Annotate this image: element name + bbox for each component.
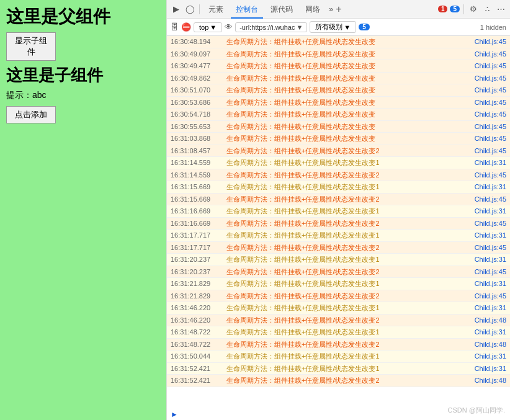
level-filter-button[interactable]: 所有级别 ▼: [310, 21, 356, 33]
log-time: 16:31:14.559: [171, 170, 226, 181]
log-source[interactable]: Child.js:45: [475, 243, 506, 253]
log-time: 16:31:21.829: [171, 291, 226, 302]
log-source[interactable]: Child.js:48: [475, 315, 506, 326]
url-filter-box[interactable]: -url:https://i.wuhac ▼: [235, 22, 307, 32]
log-time: 16:31:52.421: [171, 375, 226, 386]
log-source[interactable]: Child.js:45: [475, 291, 506, 302]
log-source[interactable]: Child.js:31: [475, 303, 506, 313]
log-source[interactable]: Child.js:45: [475, 85, 506, 96]
log-source[interactable]: Child.js:48: [475, 339, 506, 350]
log-time: 16:31:21.829: [171, 279, 226, 289]
table-row: 16:31:15.669生命周期方法：组件挂载+任意属性/状态发生改变1Chil…: [167, 181, 510, 194]
log-time: 16:31:46.220: [171, 315, 226, 326]
gear-icon[interactable]: ⚙: [468, 4, 479, 15]
table-row: 16:31:21.829生命周期方法：组件挂载+任意属性/状态发生改变1Chil…: [167, 278, 510, 290]
log-time: 16:31:16.669: [171, 218, 226, 229]
log-source[interactable]: Child.js:45: [475, 49, 506, 60]
log-time: 16:31:08.457: [171, 146, 226, 156]
log-time: 16:31:52.421: [171, 364, 226, 374]
log-source[interactable]: Child.js:31: [475, 158, 506, 168]
log-source[interactable]: Child.js:31: [475, 182, 506, 192]
log-time: 16:31:15.669: [171, 194, 226, 205]
log-source[interactable]: Child.js:45: [475, 194, 506, 205]
tab-elements[interactable]: 元素: [204, 0, 228, 19]
table-row: 16:31:16.669生命周期方法：组件挂载+任意属性/状态发生改变2Chil…: [167, 218, 510, 230]
hint-text: 提示：abc: [6, 90, 160, 101]
eye-icon[interactable]: 👁: [225, 22, 233, 32]
log-message: 生命周期方法：组件挂载+任意属性/状态发生改变: [226, 37, 470, 47]
tab-console[interactable]: 控制台: [231, 0, 263, 19]
log-message: 生命周期方法：组件挂载+任意属性/状态发生改变2: [226, 194, 470, 205]
log-time: 16:31:17.717: [171, 230, 226, 241]
table-row: 16:31:20.237生命周期方法：组件挂载+任意属性/状态发生改变1Chil…: [167, 254, 510, 266]
log-time: 16:30:54.718: [171, 109, 226, 120]
log-time: 16:30:55.653: [171, 122, 226, 132]
log-time: 16:31:17.717: [171, 243, 226, 253]
log-message: 生命周期方法：组件挂载+任意属性/状态发生改变: [226, 133, 470, 144]
log-source[interactable]: Child.js:45: [475, 267, 506, 277]
log-message: 生命周期方法：组件挂载+任意属性/状态发生改变1: [226, 279, 470, 289]
log-message: 生命周期方法：组件挂载+任意属性/状态发生改变2: [226, 146, 470, 156]
log-source[interactable]: Child.js:31: [475, 254, 506, 265]
table-row: 16:31:15.669生命周期方法：组件挂载+任意属性/状态发生改变2Chil…: [167, 194, 510, 206]
cursor-icon[interactable]: ▶: [171, 4, 182, 15]
table-row: 16:31:17.717生命周期方法：组件挂载+任意属性/状态发生改变2Chil…: [167, 242, 510, 254]
table-row: 16:31:20.237生命周期方法：组件挂载+任意属性/状态发生改变2Chil…: [167, 266, 510, 279]
context-label: top: [199, 24, 208, 31]
message-count-badge: 5: [359, 24, 370, 30]
tab-sources[interactable]: 源代码: [266, 0, 298, 19]
log-message: 生命周期方法：组件挂载+任意属性/状态发生改变1: [226, 254, 470, 265]
log-source[interactable]: Child.js:45: [475, 73, 506, 84]
log-source[interactable]: Child.js:31: [475, 206, 506, 217]
table-row: 16:30:54.718生命周期方法：组件挂载+任意属性/状态发生改变Child…: [167, 109, 510, 121]
log-source[interactable]: Child.js:45: [475, 109, 506, 120]
log-source[interactable]: Child.js:45: [475, 218, 506, 229]
log-source[interactable]: Child.js:31: [475, 327, 506, 337]
log-source[interactable]: Child.js:31: [475, 364, 506, 374]
devtools-toolbar: ▶ ◯ 元素 控制台 源代码 网络 » + 1 5 ⚙ ⛬ ⋯: [167, 0, 510, 19]
branch-icon[interactable]: ⛬: [481, 4, 493, 15]
log-source[interactable]: Child.js:31: [475, 279, 506, 289]
log-time: 16:31:14.559: [171, 158, 226, 168]
block-icon[interactable]: ⛔: [181, 22, 191, 32]
table-row: 16:31:52.421生命周期方法：组件挂载+任意属性/状态发生改变2Chil…: [167, 375, 510, 387]
log-source[interactable]: Child.js:31: [475, 230, 506, 241]
log-message: 生命周期方法：组件挂载+任意属性/状态发生改变: [226, 122, 470, 132]
child-title: 这里是子组件: [6, 66, 160, 85]
add-button[interactable]: 点击添加: [6, 106, 56, 123]
log-time: 16:30:51.070: [171, 85, 226, 96]
log-source[interactable]: Child.js:31: [475, 351, 506, 362]
log-time: 16:30:49.862: [171, 73, 226, 84]
table-row: 16:31:50.044生命周期方法：组件挂载+任意属性/状态发生改变1Chil…: [167, 351, 510, 363]
log-source[interactable]: Child.js:48: [475, 375, 506, 386]
more-tabs-icon[interactable]: »: [329, 4, 333, 14]
log-source[interactable]: Child.js:45: [475, 61, 506, 71]
log-source[interactable]: Child.js:45: [475, 97, 506, 108]
log-source[interactable]: Child.js:45: [475, 133, 506, 144]
log-source[interactable]: Child.js:45: [475, 146, 506, 156]
log-source[interactable]: Child.js:45: [475, 37, 506, 47]
console-bottom-arrow[interactable]: ►: [167, 409, 510, 420]
log-message: 生命周期方法：组件挂载+任意属性/状态发生改变1: [226, 327, 470, 337]
log-source[interactable]: Child.js:45: [475, 122, 506, 132]
log-time: 16:30:49.477: [171, 61, 226, 71]
log-message: 生命周期方法：组件挂载+任意属性/状态发生改变2: [226, 267, 470, 277]
show-child-button[interactable]: 显示子组件: [6, 32, 56, 61]
log-message: 生命周期方法：组件挂载+任意属性/状态发生改变: [226, 61, 470, 71]
more-options-icon[interactable]: ⋯: [495, 4, 506, 15]
tab-network[interactable]: 网络: [300, 0, 325, 19]
log-message: 生命周期方法：组件挂载+任意属性/状态发生改变1: [226, 206, 470, 217]
toolbar-separator-2: [463, 4, 464, 14]
filter-icon[interactable]: 🗄: [171, 22, 179, 32]
log-time: 16:30:53.686: [171, 97, 226, 108]
log-source[interactable]: Child.js:45: [475, 170, 506, 181]
context-selector[interactable]: top ▼: [194, 22, 222, 32]
console-log-area[interactable]: 16:30:48.194生命周期方法：组件挂载+任意属性/状态发生改变Child…: [167, 36, 510, 409]
add-tab-icon[interactable]: +: [336, 4, 341, 15]
log-time: 16:31:20.237: [171, 254, 226, 265]
log-message: 生命周期方法：组件挂载+任意属性/状态发生改变1: [226, 364, 470, 374]
table-row: 16:31:46.220生命周期方法：组件挂载+任意属性/状态发生改变1Chil…: [167, 302, 510, 315]
circle-icon[interactable]: ◯: [184, 4, 195, 15]
log-message: 生命周期方法：组件挂载+任意属性/状态发生改变: [226, 97, 470, 108]
log-message: 生命周期方法：组件挂载+任意属性/状态发生改变2: [226, 218, 470, 229]
